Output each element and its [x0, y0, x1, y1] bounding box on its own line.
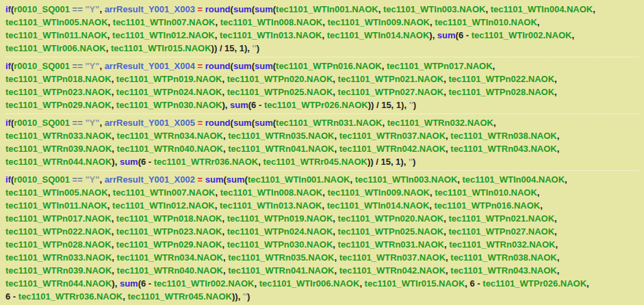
- token-variable[interactable]: tec1101_WTPn019.NAOK: [116, 74, 222, 84]
- token-variable[interactable]: tec1101_WTPn016.NAOK: [276, 61, 382, 71]
- token-variable[interactable]: tec1101_WTIr006.NAOK: [5, 43, 106, 53]
- token-variable[interactable]: tec1101_WTRn042.NAOK: [339, 265, 446, 276]
- token-variable[interactable]: tec1101_WTIr006.NAOK: [259, 278, 360, 289]
- token-variable[interactable]: tec1101_WTRr045.NAOK: [128, 291, 232, 302]
- token-variable[interactable]: tec1101_WTRn034.NAOK: [117, 252, 223, 263]
- token-variable[interactable]: tec1101_WTPn028.NAOK: [448, 87, 554, 97]
- token-variable[interactable]: tec1101_WTIn007.NAOK: [113, 187, 216, 198]
- token-variable[interactable]: tec1101_WTPn029.NAOK: [5, 100, 112, 110]
- token-variable[interactable]: tec1101_WTIr015.NAOK: [365, 278, 465, 289]
- token-variable[interactable]: tec1101_WTRn031.NAOK: [338, 239, 444, 250]
- token-variable[interactable]: r0010_SQ001: [14, 61, 70, 71]
- token-variable[interactable]: tec1101_WTIn012.NAOK: [112, 30, 215, 40]
- token-variable[interactable]: tec1101_WTPn027.NAOK: [338, 87, 444, 97]
- token-variable[interactable]: tec1101_WTPr026.NAOK: [482, 278, 587, 289]
- token-variable[interactable]: tec1101_WTPn028.NAOK: [5, 239, 112, 250]
- token-variable[interactable]: tec1101_WTRn039.NAOK: [5, 144, 112, 154]
- token-variable[interactable]: tec1101_WTIn007.NAOK: [113, 17, 216, 27]
- token-variable[interactable]: tec1101_WTRn034.NAOK: [117, 131, 223, 141]
- token-variable[interactable]: tec1101_WTRn037.NAOK: [339, 131, 446, 141]
- token-variable[interactable]: tec1101_WTPn023.NAOK: [116, 226, 222, 237]
- token-variable[interactable]: tec1101_WTPn024.NAOK: [227, 226, 333, 237]
- token-variable[interactable]: tec1101_WTRr036.NAOK: [18, 291, 123, 302]
- token-variable[interactable]: tec1101_WTPn024.NAOK: [116, 87, 222, 97]
- token-variable[interactable]: tec1101_WTRn035.NAOK: [228, 131, 334, 141]
- token-variable[interactable]: tec1101_WTRn033.NAOK: [5, 131, 112, 141]
- token-variable[interactable]: tec1101_WTIn003.NAOK: [355, 174, 458, 185]
- token-variable[interactable]: tec1101_WTRn041.NAOK: [228, 265, 334, 276]
- token-variable[interactable]: tec1101_WTIn001.NAOK: [276, 4, 378, 14]
- token-variable[interactable]: tec1101_WTIn012.NAOK: [112, 200, 215, 211]
- token-variable[interactable]: tec1101_WTIr002.NAOK: [472, 30, 572, 40]
- token-variable[interactable]: tec1101_WTRn037.NAOK: [339, 252, 446, 263]
- token-variable[interactable]: tec1101_WTPn020.NAOK: [338, 213, 444, 224]
- token-variable[interactable]: tec1101_WTIn001.NAOK: [248, 174, 350, 185]
- token-variable[interactable]: tec1101_WTPn016.NAOK: [435, 200, 541, 211]
- token-assign-target[interactable]: arrResult_Y001_X003: [105, 4, 195, 14]
- token-variable[interactable]: tec1101_WTRn040.NAOK: [117, 265, 223, 276]
- token-assign-target[interactable]: arrResult_Y001_X004: [105, 61, 195, 71]
- token-variable[interactable]: tec1101_WTPr026.NAOK: [264, 100, 368, 110]
- token-punctuation: ,: [112, 100, 116, 110]
- token-variable[interactable]: tec1101_WTIn011.NAOK: [5, 200, 107, 211]
- token-variable[interactable]: r0010_SQ001: [14, 4, 70, 14]
- token-variable[interactable]: tec1101_WTPn030.NAOK: [116, 100, 222, 110]
- token-variable[interactable]: tec1101_WTIn013.NAOK: [220, 30, 322, 40]
- token-variable[interactable]: tec1101_WTIn008.NAOK: [220, 187, 323, 198]
- token-variable[interactable]: tec1101_WTIn008.NAOK: [220, 17, 323, 27]
- token-variable[interactable]: tec1101_WTRn032.NAOK: [449, 239, 555, 250]
- token-assign-target[interactable]: arrResult_Y001_X005: [105, 118, 195, 128]
- token-variable[interactable]: tec1101_WTPn018.NAOK: [5, 74, 112, 84]
- token-variable[interactable]: tec1101_WTRn044.NAOK: [5, 278, 112, 289]
- token-variable[interactable]: tec1101_WTRn042.NAOK: [339, 144, 446, 154]
- token-variable[interactable]: tec1101_WTIn014.NAOK: [327, 30, 430, 40]
- token-variable[interactable]: tec1101_WTPn017.NAOK: [387, 61, 493, 71]
- token-assignment-operator: =: [195, 118, 205, 128]
- token-variable[interactable]: tec1101_WTIr015.NAOK: [111, 43, 211, 53]
- token-variable[interactable]: tec1101_WTIn011.NAOK: [5, 30, 107, 40]
- token-variable[interactable]: tec1101_WTRn032.NAOK: [387, 118, 493, 128]
- token-variable[interactable]: tec1101_WTRn039.NAOK: [5, 265, 112, 276]
- token-variable[interactable]: tec1101_WTRn044.NAOK: [5, 157, 112, 167]
- token-variable[interactable]: tec1101_WTPn019.NAOK: [227, 213, 333, 224]
- token-variable[interactable]: r0010_SQ001: [14, 174, 70, 185]
- token-variable[interactable]: tec1101_WTRn043.NAOK: [450, 265, 556, 276]
- token-variable[interactable]: tec1101_WTIn005.NAOK: [5, 187, 108, 198]
- token-variable[interactable]: tec1101_WTIn005.NAOK: [5, 17, 108, 27]
- token-variable[interactable]: tec1101_WTIn013.NAOK: [220, 200, 322, 211]
- token-variable[interactable]: tec1101_WTIn009.NAOK: [327, 17, 430, 27]
- token-variable[interactable]: tec1101_WTPn029.NAOK: [116, 239, 222, 250]
- token-variable[interactable]: tec1101_WTPn022.NAOK: [448, 74, 554, 84]
- token-variable[interactable]: tec1101_WTPn021.NAOK: [338, 74, 444, 84]
- token-variable[interactable]: tec1101_WTRn038.NAOK: [450, 252, 556, 263]
- token-variable[interactable]: tec1101_WTRr045.NAOK: [263, 157, 367, 167]
- token-variable[interactable]: tec1101_WTIn004.NAOK: [491, 4, 593, 14]
- token-variable[interactable]: tec1101_WTPn017.NAOK: [5, 213, 112, 224]
- token-variable[interactable]: tec1101_WTIn010.NAOK: [435, 17, 537, 27]
- token-assign-target[interactable]: arrResult_Y001_X002: [105, 174, 195, 185]
- token-variable[interactable]: tec1101_WTIn014.NAOK: [327, 200, 430, 211]
- token-variable[interactable]: tec1101_WTRn043.NAOK: [450, 144, 556, 154]
- token-variable[interactable]: tec1101_WTRn035.NAOK: [228, 252, 334, 263]
- token-variable[interactable]: tec1101_WTPn018.NAOK: [116, 213, 222, 224]
- token-variable[interactable]: tec1101_WTRn031.NAOK: [276, 118, 382, 128]
- token-variable[interactable]: tec1101_WTIn010.NAOK: [435, 187, 537, 198]
- token-variable[interactable]: tec1101_WTRn033.NAOK: [5, 252, 112, 263]
- token-variable[interactable]: tec1101_WTRn038.NAOK: [450, 131, 556, 141]
- token-variable[interactable]: r0010_SQ001: [14, 118, 70, 128]
- token-variable[interactable]: tec1101_WTRn041.NAOK: [228, 144, 334, 154]
- token-variable[interactable]: tec1101_WTIn009.NAOK: [327, 187, 430, 198]
- token-variable[interactable]: tec1101_WTPn020.NAOK: [227, 74, 333, 84]
- token-variable[interactable]: tec1101_WTPn025.NAOK: [227, 87, 333, 97]
- token-variable[interactable]: tec1101_WTPn021.NAOK: [448, 213, 554, 224]
- token-variable[interactable]: tec1101_WTIn003.NAOK: [383, 4, 486, 14]
- token-variable[interactable]: tec1101_WTRr036.NAOK: [154, 157, 258, 167]
- token-variable[interactable]: tec1101_WTRn040.NAOK: [117, 144, 223, 154]
- token-variable[interactable]: tec1101_WTPn030.NAOK: [227, 239, 333, 250]
- token-variable[interactable]: tec1101_WTPn022.NAOK: [5, 226, 112, 237]
- token-variable[interactable]: tec1101_WTPn023.NAOK: [5, 87, 112, 97]
- token-variable[interactable]: tec1101_WTIr002.NAOK: [154, 278, 255, 289]
- token-variable[interactable]: tec1101_WTIn004.NAOK: [463, 174, 565, 185]
- token-variable[interactable]: tec1101_WTPn025.NAOK: [338, 226, 444, 237]
- token-variable[interactable]: tec1101_WTPn027.NAOK: [448, 226, 554, 237]
